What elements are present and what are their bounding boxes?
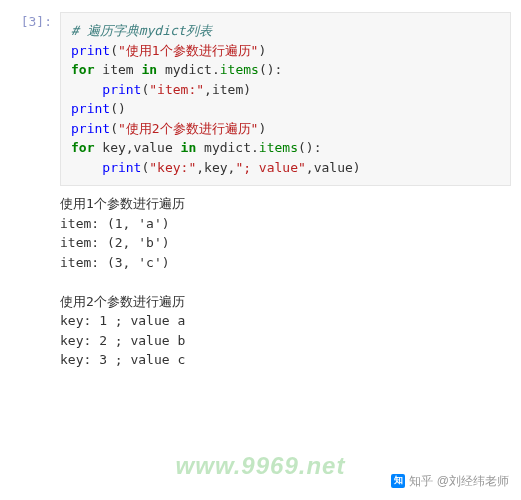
- method-items: items: [259, 140, 298, 155]
- string-literal: "; value": [235, 160, 305, 175]
- print-call: print: [102, 82, 141, 97]
- watermark-text: www.9969.net: [176, 448, 346, 484]
- notebook-cell: [3]: # 遍历字典mydict列表 print("使用1个参数进行遍历") …: [0, 0, 521, 370]
- keyword-in: in: [181, 140, 197, 155]
- code-input[interactable]: # 遍历字典mydict列表 print("使用1个参数进行遍历") for i…: [60, 12, 511, 186]
- string-literal: "key:": [149, 160, 196, 175]
- print-call: print: [71, 43, 110, 58]
- keyword-for: for: [71, 140, 94, 155]
- print-call: print: [102, 160, 141, 175]
- print-call: print: [71, 121, 110, 136]
- attribution-text: 知乎 @刘经纬老师: [409, 472, 509, 490]
- keyword-in: in: [141, 62, 157, 77]
- string-literal: "使用2个参数进行遍历": [118, 121, 258, 136]
- cell-content: # 遍历字典mydict列表 print("使用1个参数进行遍历") for i…: [60, 12, 511, 370]
- code-comment: # 遍历字典mydict列表: [71, 23, 212, 38]
- code-output: 使用1个参数进行遍历 item: (1, 'a') item: (2, 'b')…: [60, 186, 511, 370]
- string-literal: "使用1个参数进行遍历": [118, 43, 258, 58]
- method-items: items: [220, 62, 259, 77]
- attribution: 知 知乎 @刘经纬老师: [391, 472, 509, 490]
- input-prompt: [3]:: [10, 12, 60, 370]
- obj-ref: mydict.: [157, 62, 220, 77]
- print-call: print: [71, 101, 110, 116]
- obj-ref: mydict.: [196, 140, 259, 155]
- zhihu-icon: 知: [391, 474, 405, 488]
- string-literal: "item:": [149, 82, 204, 97]
- loop-var: key,value: [94, 140, 180, 155]
- loop-var: item: [94, 62, 141, 77]
- keyword-for: for: [71, 62, 94, 77]
